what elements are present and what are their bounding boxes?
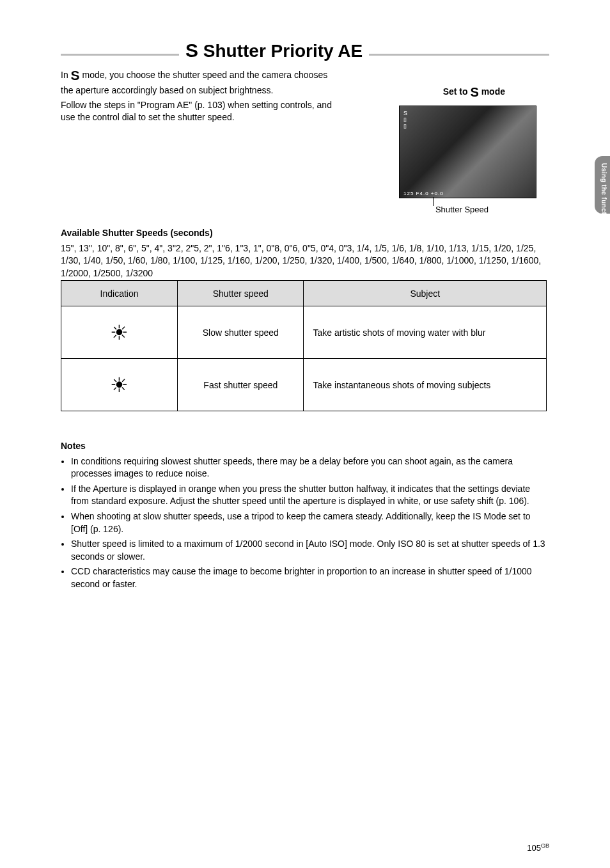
page-num-value: 105 (527, 843, 541, 853)
list-item: CCD characteristics may cause the image … (71, 565, 547, 590)
cell-icon: ☀ (61, 306, 178, 359)
list-item: If the Aperture is displayed in orange w… (71, 483, 547, 508)
cell-speed: Fast shutter speed (178, 359, 304, 411)
caption-pre: Set to (443, 86, 471, 97)
side-tab-label: Using the function (600, 163, 607, 225)
title-rest: Shutter Priority AE (198, 41, 363, 61)
caption-s: S (470, 85, 478, 99)
notes-title: Notes (61, 440, 547, 453)
shutter-speed-label: Shutter Speed (435, 205, 489, 214)
th-indication: Indication (61, 281, 178, 306)
list-item: Shutter speed is limited to a maximum of… (71, 538, 547, 563)
intro-line2: Follow the steps in "Program AE" (p. 103… (61, 99, 336, 123)
list-item: When shooting at slow shutter speeds, us… (71, 510, 547, 535)
caption-post: mode (479, 86, 505, 97)
page-gb: GB (541, 842, 549, 849)
sun-icon: ☀ (110, 322, 129, 343)
callout-line (433, 197, 434, 206)
th-shutter-speed: Shutter speed (178, 281, 304, 306)
th-subject: Subject (304, 281, 547, 306)
camera-preview-image: S▯▯ 125 F4.0 +0.0 (399, 106, 536, 198)
available-title: Available Shutter Speeds (seconds) (61, 227, 547, 240)
title-s-letter: S (185, 40, 198, 61)
list-item: In conditions requiring slowest shutter … (71, 455, 547, 480)
shutter-table: Indication Shutter speed Subject ☀ Slow … (61, 280, 547, 411)
cell-speed: Slow shutter speed (178, 306, 304, 359)
camera-overlay-icons: S▯▯ (403, 110, 407, 129)
image-caption: Set to S mode (443, 85, 505, 100)
cell-icon: ☀ (61, 359, 178, 411)
intro-line1-post: mode, you choose the shutter speed and t… (61, 70, 327, 95)
camera-readout: 125 F4.0 +0.0 (403, 191, 444, 196)
intro-paragraph: In S mode, you choose the shutter speed … (61, 67, 336, 123)
sun-icon: ☀ (110, 375, 129, 395)
available-values: 15", 13", 10", 8", 6", 5", 4", 3"2, 2"5,… (61, 242, 547, 280)
intro-line1-s: S (71, 68, 80, 83)
available-shutter-speeds: Available Shutter Speeds (seconds) 15", … (61, 227, 547, 280)
cell-subject: Take instantaneous shots of moving subje… (304, 359, 547, 411)
notes-section: Notes In conditions requiring slowest sh… (61, 440, 547, 594)
cell-subject: Take artistic shots of moving water with… (304, 306, 547, 359)
page-number: 105GB (527, 842, 549, 853)
table-row: ☀ Slow shutter speed Take artistic shots… (61, 306, 547, 359)
intro-line1-pre: In (61, 70, 71, 80)
section-title: S Shutter Priority AE (179, 40, 369, 61)
table-row: ☀ Fast shutter speed Take instantaneous … (61, 359, 547, 411)
